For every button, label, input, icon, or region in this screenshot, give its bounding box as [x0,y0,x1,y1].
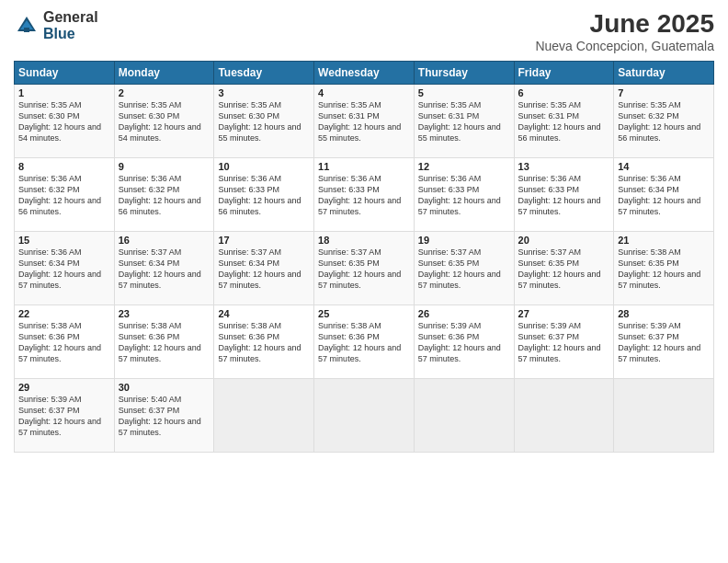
calendar-cell: 27 Sunrise: 5:39 AMSunset: 6:37 PMDaylig… [514,305,614,379]
day-info: Sunrise: 5:35 AMSunset: 6:32 PMDaylight:… [618,100,700,143]
calendar-cell: 25 Sunrise: 5:38 AMSunset: 6:36 PMDaylig… [314,305,415,379]
day-number: 21 [618,235,710,246]
calendar-cell: 18 Sunrise: 5:37 AMSunset: 6:35 PMDaylig… [314,232,415,305]
month-year: June 2025 [535,9,714,39]
header-thursday: Thursday [414,62,514,85]
header: General Blue June 2025 Nueva Concepcion,… [14,9,714,53]
header-wednesday: Wednesday [314,62,415,85]
day-info: Sunrise: 5:37 AMSunset: 6:34 PMDaylight:… [119,247,201,290]
day-number: 20 [518,235,610,246]
day-info: Sunrise: 5:38 AMSunset: 6:36 PMDaylight:… [318,321,401,363]
calendar-cell: 15 Sunrise: 5:36 AMSunset: 6:34 PMDaylig… [15,232,115,305]
logo-general: General [43,9,98,26]
day-number: 25 [318,308,410,319]
calendar-cell: 11 Sunrise: 5:36 AMSunset: 6:33 PMDaylig… [314,158,415,232]
calendar-cell: 7 Sunrise: 5:35 AMSunset: 6:32 PMDayligh… [614,85,714,158]
calendar-cell: 19 Sunrise: 5:37 AMSunset: 6:35 PMDaylig… [414,232,514,305]
day-info: Sunrise: 5:39 AMSunset: 6:36 PMDaylight:… [418,321,501,363]
calendar-cell [314,379,415,453]
day-number: 18 [318,235,410,246]
calendar-cell: 29 Sunrise: 5:39 AMSunset: 6:37 PMDaylig… [15,379,115,453]
calendar-cell: 5 Sunrise: 5:35 AMSunset: 6:31 PMDayligh… [414,85,514,158]
day-info: Sunrise: 5:36 AMSunset: 6:33 PMDaylight:… [418,174,501,216]
header-row: Sunday Monday Tuesday Wednesday Thursday… [15,62,714,85]
calendar-cell: 8 Sunrise: 5:36 AMSunset: 6:32 PMDayligh… [15,158,115,232]
day-info: Sunrise: 5:36 AMSunset: 6:33 PMDaylight:… [218,174,301,216]
day-info: Sunrise: 5:35 AMSunset: 6:31 PMDaylight:… [418,100,501,143]
calendar-cell [414,379,514,453]
calendar-cell [614,379,714,453]
day-number: 11 [318,161,410,172]
day-info: Sunrise: 5:36 AMSunset: 6:34 PMDaylight:… [618,174,700,216]
day-info: Sunrise: 5:39 AMSunset: 6:37 PMDaylight:… [518,321,601,363]
day-number: 7 [618,87,710,98]
svg-rect-2 [24,28,29,32]
calendar-cell: 12 Sunrise: 5:36 AMSunset: 6:33 PMDaylig… [414,158,514,232]
day-number: 1 [18,87,110,98]
day-number: 26 [418,308,510,319]
day-info: Sunrise: 5:38 AMSunset: 6:36 PMDaylight:… [18,321,101,363]
header-sunday: Sunday [15,62,115,85]
title-area: June 2025 Nueva Concepcion, Guatemala [535,9,714,53]
day-number: 24 [218,308,310,319]
calendar-cell: 3 Sunrise: 5:35 AMSunset: 6:30 PMDayligh… [214,85,314,158]
day-number: 16 [119,235,210,246]
day-info: Sunrise: 5:36 AMSunset: 6:32 PMDaylight:… [18,174,101,216]
day-info: Sunrise: 5:35 AMSunset: 6:30 PMDaylight:… [119,100,201,143]
week-row-2: 8 Sunrise: 5:36 AMSunset: 6:32 PMDayligh… [15,158,714,232]
calendar-cell: 23 Sunrise: 5:38 AMSunset: 6:36 PMDaylig… [114,305,214,379]
logo-icon [14,13,40,39]
day-info: Sunrise: 5:37 AMSunset: 6:34 PMDaylight:… [218,247,301,290]
calendar-header: Sunday Monday Tuesday Wednesday Thursday… [15,62,714,85]
calendar-cell: 26 Sunrise: 5:39 AMSunset: 6:36 PMDaylig… [414,305,514,379]
calendar-cell: 6 Sunrise: 5:35 AMSunset: 6:31 PMDayligh… [514,85,614,158]
week-row-5: 29 Sunrise: 5:39 AMSunset: 6:37 PMDaylig… [15,379,714,453]
calendar-page: General Blue June 2025 Nueva Concepcion,… [0,0,728,563]
calendar-cell: 28 Sunrise: 5:39 AMSunset: 6:37 PMDaylig… [614,305,714,379]
day-info: Sunrise: 5:36 AMSunset: 6:32 PMDaylight:… [119,174,201,216]
day-info: Sunrise: 5:38 AMSunset: 6:36 PMDaylight:… [218,321,301,363]
day-number: 13 [518,161,610,172]
calendar-cell: 17 Sunrise: 5:37 AMSunset: 6:34 PMDaylig… [214,232,314,305]
calendar-cell: 10 Sunrise: 5:36 AMSunset: 6:33 PMDaylig… [214,158,314,232]
day-number: 23 [119,308,210,319]
header-friday: Friday [514,62,614,85]
day-number: 2 [119,87,210,98]
day-info: Sunrise: 5:37 AMSunset: 6:35 PMDaylight:… [418,247,501,290]
day-info: Sunrise: 5:35 AMSunset: 6:30 PMDaylight:… [218,100,301,143]
day-info: Sunrise: 5:37 AMSunset: 6:35 PMDaylight:… [518,247,601,290]
location: Nueva Concepcion, Guatemala [535,39,714,53]
calendar-cell: 20 Sunrise: 5:37 AMSunset: 6:35 PMDaylig… [514,232,614,305]
day-number: 4 [318,87,410,98]
calendar-cell: 2 Sunrise: 5:35 AMSunset: 6:30 PMDayligh… [114,85,214,158]
day-info: Sunrise: 5:36 AMSunset: 6:33 PMDaylight:… [318,174,401,216]
day-info: Sunrise: 5:35 AMSunset: 6:31 PMDaylight:… [518,100,601,143]
logo-text: General Blue [43,9,98,41]
day-info: Sunrise: 5:39 AMSunset: 6:37 PMDaylight:… [18,395,101,437]
day-number: 5 [418,87,510,98]
calendar-cell: 16 Sunrise: 5:37 AMSunset: 6:34 PMDaylig… [114,232,214,305]
day-number: 19 [418,235,510,246]
day-info: Sunrise: 5:35 AMSunset: 6:31 PMDaylight:… [318,100,401,143]
calendar-cell: 14 Sunrise: 5:36 AMSunset: 6:34 PMDaylig… [614,158,714,232]
day-number: 12 [418,161,510,172]
day-info: Sunrise: 5:36 AMSunset: 6:33 PMDaylight:… [518,174,601,216]
calendar-cell [514,379,614,453]
logo: General Blue [14,9,98,41]
calendar-cell: 4 Sunrise: 5:35 AMSunset: 6:31 PMDayligh… [314,85,415,158]
calendar-cell: 21 Sunrise: 5:38 AMSunset: 6:35 PMDaylig… [614,232,714,305]
header-tuesday: Tuesday [214,62,314,85]
day-info: Sunrise: 5:35 AMSunset: 6:30 PMDaylight:… [18,100,101,143]
day-number: 29 [18,382,110,393]
calendar-table: Sunday Monday Tuesday Wednesday Thursday… [14,61,714,453]
week-row-4: 22 Sunrise: 5:38 AMSunset: 6:36 PMDaylig… [15,305,714,379]
day-number: 6 [518,87,610,98]
day-number: 10 [218,161,310,172]
day-number: 22 [18,308,110,319]
day-info: Sunrise: 5:39 AMSunset: 6:37 PMDaylight:… [618,321,700,363]
header-saturday: Saturday [614,62,714,85]
calendar-cell: 1 Sunrise: 5:35 AMSunset: 6:30 PMDayligh… [15,85,115,158]
calendar-cell: 13 Sunrise: 5:36 AMSunset: 6:33 PMDaylig… [514,158,614,232]
calendar-cell: 22 Sunrise: 5:38 AMSunset: 6:36 PMDaylig… [15,305,115,379]
logo-blue: Blue [43,26,98,42]
